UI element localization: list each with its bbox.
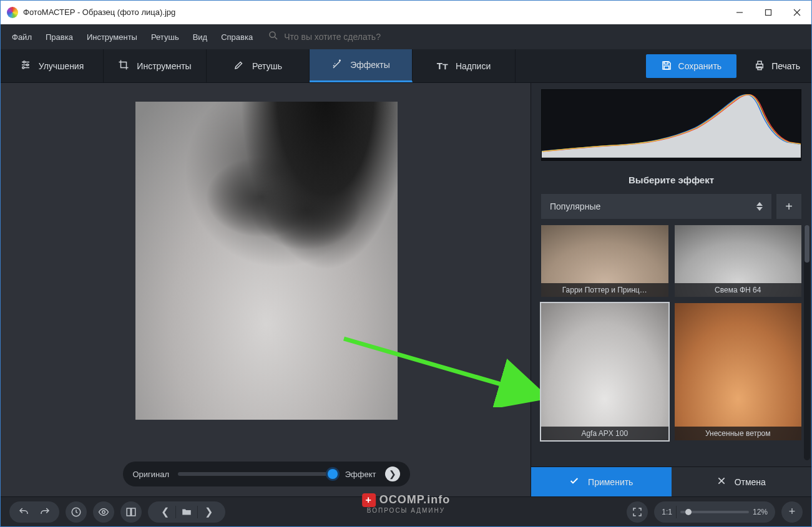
menu-view[interactable]: Вид: [187, 29, 214, 46]
cancel-label: Отмена: [735, 477, 766, 487]
right-panel: Выберите эффект Популярные + Гарри Потте…: [531, 83, 811, 496]
compare-button[interactable]: [120, 501, 142, 523]
preview-button[interactable]: [93, 501, 114, 523]
canvas-area: Оригинал Эффект ❯: [1, 83, 531, 496]
add-category-button[interactable]: +: [776, 194, 801, 219]
svg-rect-12: [664, 62, 668, 64]
menu-tools[interactable]: Инструменты: [81, 29, 144, 46]
effect-thumb[interactable]: Унесенные ветром: [675, 303, 802, 440]
save-label: Сохранить: [678, 61, 722, 71]
undo-button[interactable]: [13, 501, 34, 523]
check-icon: [569, 476, 579, 488]
zoom-in-button[interactable]: +: [781, 501, 803, 523]
zoom-ratio[interactable]: 1:1: [662, 508, 672, 516]
window-title: ФотоМАСТЕР - Образец (фото лица).jpg: [23, 7, 175, 17]
tab-tools-label: Инструменты: [137, 61, 191, 71]
fit-screen-button[interactable]: [627, 501, 648, 523]
sort-icon: [756, 202, 763, 211]
history-button[interactable]: [66, 501, 87, 523]
svg-rect-13: [664, 65, 669, 69]
compare-left-label: Оригинал: [133, 470, 170, 479]
brush-icon: [233, 59, 245, 72]
nav-prev-button[interactable]: ❮: [154, 501, 175, 523]
effect-label: Свема ФН 64: [675, 283, 802, 297]
effect-thumb[interactable]: Гарри Поттер и Принц…: [541, 225, 668, 297]
svg-point-20: [102, 510, 105, 513]
compare-slider[interactable]: Оригинал Эффект ❯: [123, 462, 410, 486]
menu-file[interactable]: Файл: [6, 29, 38, 46]
svg-rect-1: [766, 9, 771, 15]
effect-thumb-selected[interactable]: Agfa APX 100: [541, 303, 668, 440]
redo-button[interactable]: [34, 501, 56, 523]
sliders-icon: [20, 59, 31, 72]
svg-rect-21: [127, 508, 130, 516]
text-icon: Tᴛ: [437, 60, 448, 72]
bottombar: ❮ ❯ +OCOMP.info ВОПРОСЫ АДМИНУ 1:1 12% +: [1, 496, 811, 526]
scrollbar-thumb[interactable]: [805, 225, 810, 263]
titlebar: ФотоМАСТЕР - Образец (фото лица).jpg: [1, 1, 811, 24]
tab-enhance[interactable]: Улучшения: [1, 49, 104, 82]
menu-help[interactable]: Справка: [215, 29, 259, 46]
app-logo-icon: [7, 7, 18, 18]
effect-label: Унесенные ветром: [675, 427, 802, 440]
effect-grid: Гарри Поттер и Принц… Свема ФН 64 Agfa A…: [531, 219, 811, 467]
panel-title: Выберите эффект: [531, 165, 811, 194]
apply-button[interactable]: Применить: [531, 467, 672, 496]
svg-line-5: [275, 37, 277, 39]
wand-icon: [331, 59, 343, 72]
print-label: Печать: [771, 61, 800, 71]
tab-retouch[interactable]: Ретушь: [207, 49, 310, 82]
nav-folder-button[interactable]: [176, 501, 197, 523]
zoom-slider[interactable]: [680, 511, 749, 513]
svg-point-10: [26, 64, 28, 66]
svg-point-11: [22, 67, 24, 69]
cancel-button[interactable]: Отмена: [672, 467, 812, 496]
histogram: [541, 89, 801, 161]
close-icon: [717, 476, 726, 487]
svg-point-9: [23, 61, 25, 63]
watermark-subtext: ВОПРОСЫ АДМИНУ: [362, 507, 451, 514]
apply-label: Применить: [588, 477, 633, 487]
save-button[interactable]: Сохранить: [646, 54, 737, 78]
effect-label: Гарри Поттер и Принц…: [541, 283, 668, 297]
zoom-value: 12%: [753, 508, 768, 516]
app-window: ФотоМАСТЕР - Образец (фото лица).jpg Фай…: [0, 0, 812, 527]
search-input[interactable]: [284, 32, 446, 42]
tab-effects[interactable]: Эффекты: [310, 49, 413, 82]
tab-text-label: Надписи: [456, 61, 491, 71]
tab-tools[interactable]: Инструменты: [104, 49, 207, 82]
menubar: Файл Правка Инструменты Ретушь Вид Справ…: [1, 24, 811, 49]
minimize-button[interactable]: [725, 2, 754, 22]
print-icon: [754, 60, 765, 73]
close-button[interactable]: [783, 2, 811, 22]
main-area: Оригинал Эффект ❯ Выберите эффект Популя…: [1, 83, 811, 496]
menu-edit[interactable]: Правка: [39, 29, 79, 46]
toolbar: Улучшения Инструменты Ретушь Эффекты Tᴛ …: [1, 49, 811, 83]
compare-next-button[interactable]: ❯: [385, 467, 400, 481]
compare-thumb[interactable]: [328, 469, 338, 479]
maximize-button[interactable]: [754, 2, 783, 22]
tab-retouch-label: Ретушь: [252, 61, 282, 71]
menu-retouch[interactable]: Ретушь: [145, 29, 185, 46]
search-icon: [268, 30, 279, 44]
tab-enhance-label: Улучшения: [39, 61, 84, 71]
svg-point-4: [270, 32, 275, 37]
effect-label: Agfa APX 100: [541, 427, 668, 440]
save-icon: [661, 60, 672, 73]
tab-text[interactable]: Tᴛ Надписи: [413, 49, 516, 82]
effect-thumb[interactable]: Свема ФН 64: [675, 225, 802, 297]
svg-rect-15: [758, 61, 761, 64]
compare-track[interactable]: [178, 472, 336, 476]
svg-rect-22: [132, 508, 135, 516]
nav-next-button[interactable]: ❯: [198, 501, 219, 523]
category-label: Популярные: [550, 201, 600, 211]
watermark: +OCOMP.info ВОПРОСЫ АДМИНУ: [362, 493, 451, 514]
compare-right-label: Эффект: [345, 470, 376, 479]
scrollbar[interactable]: [804, 225, 810, 460]
tab-effects-label: Эффекты: [350, 60, 390, 70]
print-button[interactable]: Печать: [743, 49, 811, 83]
category-select[interactable]: Популярные: [541, 194, 771, 219]
canvas-image[interactable]: [135, 102, 398, 420]
crop-icon: [118, 59, 129, 72]
